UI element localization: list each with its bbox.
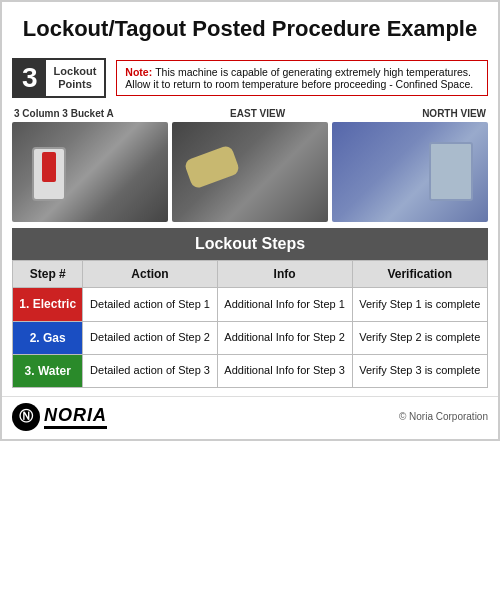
image-center <box>172 122 328 222</box>
step-cell-1: 1. Electric <box>13 288 83 321</box>
main-container: Lockout/Tagout Posted Procedure Example … <box>0 0 500 441</box>
col-action: Action <box>83 261 217 288</box>
image-left <box>12 122 168 222</box>
image-labels-row: 3 Column 3 Bucket A EAST VIEW NORTH VIEW <box>12 108 488 119</box>
note-label: Note: <box>125 66 152 78</box>
header: Lockout/Tagout Posted Procedure Example <box>2 2 498 52</box>
step-cell-3: 3. Water <box>13 354 83 387</box>
images-section: 3 Column 3 Bucket A EAST VIEW NORTH VIEW <box>2 104 498 228</box>
table-title: Lockout Steps <box>12 228 488 260</box>
logo-circle: Ⓝ <box>12 403 40 431</box>
verify-cell-3: Verify Step 3 is complete <box>352 354 487 387</box>
image-label-2: EAST VIEW <box>181 108 333 119</box>
logo-letter: Ⓝ <box>19 408 33 426</box>
images-row <box>12 122 488 222</box>
note-text: This machine is capable of generating ex… <box>125 66 473 90</box>
table-row: 2. GasDetailed action of Step 2Additiona… <box>13 321 488 354</box>
info-cell-1: Additional Info for Step 1 <box>217 288 352 321</box>
top-info-row: 3 LockoutPoints Note:This machine is cap… <box>2 52 498 104</box>
lockout-number: 3 <box>14 60 46 96</box>
action-cell-3: Detailed action of Step 3 <box>83 354 217 387</box>
logo-text: NORIA <box>44 405 107 429</box>
lockout-badge: 3 LockoutPoints <box>12 58 106 98</box>
lockout-label: LockoutPoints <box>46 61 105 95</box>
action-cell-1: Detailed action of Step 1 <box>83 288 217 321</box>
image-label-3: NORTH VIEW <box>334 108 486 119</box>
col-step: Step # <box>13 261 83 288</box>
note-box: Note:This machine is capable of generati… <box>116 60 488 96</box>
logo-name: NORIA <box>44 405 107 429</box>
verify-cell-1: Verify Step 1 is complete <box>352 288 487 321</box>
col-info: Info <box>217 261 352 288</box>
info-cell-2: Additional Info for Step 2 <box>217 321 352 354</box>
table-header-row: Step # Action Info Verification <box>13 261 488 288</box>
info-cell-3: Additional Info for Step 3 <box>217 354 352 387</box>
table-section: Lockout Steps Step # Action Info Verific… <box>2 228 498 396</box>
logo-area: Ⓝ NORIA <box>12 403 107 431</box>
table-row: 1. ElectricDetailed action of Step 1Addi… <box>13 288 488 321</box>
image-label-1: 3 Column 3 Bucket A <box>14 108 181 119</box>
step-cell-2: 2. Gas <box>13 321 83 354</box>
verify-cell-2: Verify Step 2 is complete <box>352 321 487 354</box>
action-cell-2: Detailed action of Step 2 <box>83 321 217 354</box>
col-verification: Verification <box>352 261 487 288</box>
table-row: 3. WaterDetailed action of Step 3Additio… <box>13 354 488 387</box>
lockout-steps-table: Step # Action Info Verification 1. Elect… <box>12 260 488 388</box>
image-right <box>332 122 488 222</box>
page-title: Lockout/Tagout Posted Procedure Example <box>12 16 488 42</box>
footer: Ⓝ NORIA © Noria Corporation <box>2 396 498 439</box>
copyright-text: © Noria Corporation <box>399 411 488 422</box>
